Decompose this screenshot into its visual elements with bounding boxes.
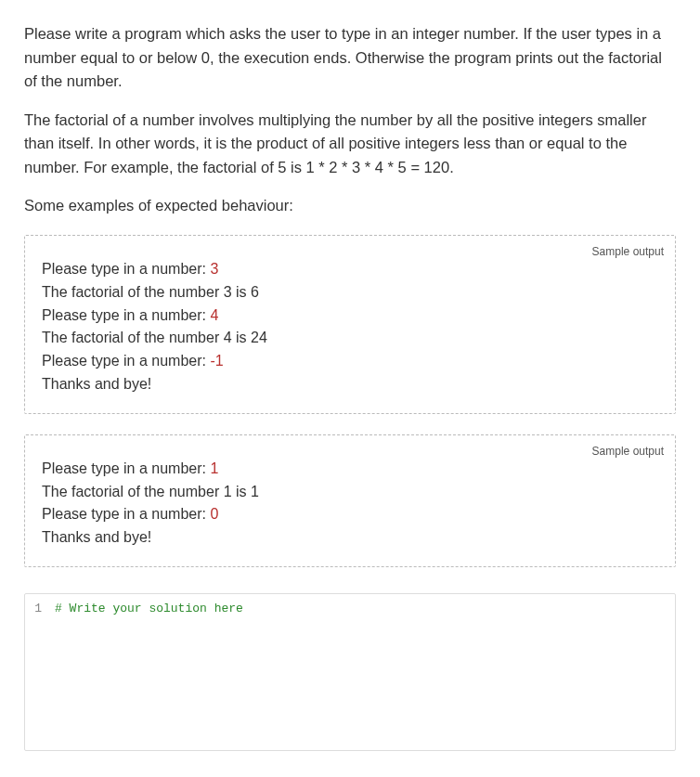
output-text: Please type in a number: (42, 353, 210, 369)
output-text: The factorial of the number 4 is 24 (42, 330, 267, 345)
editor-line: 1 # Write your solution here (25, 600, 675, 618)
code-editor[interactable]: 1 # Write your solution here (24, 593, 676, 751)
user-input: -1 (210, 353, 223, 369)
output-text: The factorial of the number 3 is 6 (42, 284, 259, 300)
user-input: 0 (210, 506, 218, 522)
user-input: 3 (210, 261, 218, 277)
output-text: Please type in a number: (42, 307, 210, 323)
sample-output-label: Sample output (592, 243, 664, 261)
user-input: 1 (210, 460, 218, 476)
output-text: Thanks and bye! (42, 529, 151, 545)
editor-code[interactable]: # Write your solution here (55, 600, 243, 618)
sample-output-box-2: Sample output Please type in a number: 1… (24, 434, 676, 567)
output-text: The factorial of the number 1 is 1 (42, 484, 259, 499)
line-number: 1 (32, 600, 55, 618)
output-text: Thanks and bye! (42, 376, 151, 392)
sample-output-box-1: Sample output Please type in a number: 3… (24, 235, 676, 414)
code-comment: # Write your solution here (55, 602, 243, 615)
instruction-paragraph-2: The factorial of a number involves multi… (24, 109, 676, 180)
user-input: 4 (210, 307, 218, 323)
output-text: Please type in a number: (42, 506, 210, 522)
output-text: Please type in a number: (42, 460, 210, 476)
instruction-paragraph-1: Please write a program which asks the us… (24, 22, 676, 94)
sample-output-content: Please type in a number: 1 The factorial… (42, 458, 658, 550)
sample-output-label: Sample output (592, 443, 664, 460)
sample-output-content: Please type in a number: 3 The factorial… (42, 258, 658, 396)
instruction-paragraph-3: Some examples of expected behaviour: (24, 194, 676, 218)
output-text: Please type in a number: (42, 261, 210, 277)
